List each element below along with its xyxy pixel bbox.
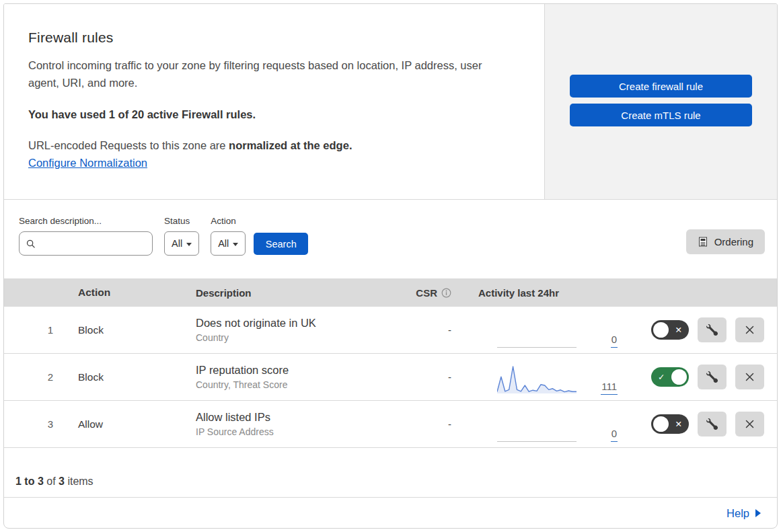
action-dropdown[interactable]: All bbox=[211, 231, 246, 256]
rule-description: Does not originate in UK bbox=[196, 317, 404, 330]
chevron-down-icon bbox=[186, 243, 192, 246]
delete-rule-button[interactable] bbox=[735, 412, 764, 436]
action-column-header: Action bbox=[68, 287, 186, 299]
rule-activity-cell: 111 bbox=[472, 354, 620, 400]
rule-enabled-toggle[interactable]: ✓ ✕ bbox=[651, 367, 689, 387]
delete-rule-button[interactable] bbox=[735, 365, 764, 389]
table-row: 3 Allow Allow listed IPs IP Source Addre… bbox=[4, 401, 777, 448]
activity-sparkline bbox=[497, 412, 577, 442]
rule-action: Block bbox=[68, 371, 186, 383]
rule-priority: 2 bbox=[4, 371, 68, 383]
wrench-icon bbox=[706, 371, 718, 383]
rule-action: Block bbox=[68, 324, 186, 336]
close-icon bbox=[745, 325, 755, 335]
page-description: Control incoming traffic to your zone by… bbox=[28, 56, 504, 91]
cross-icon: ✕ bbox=[675, 326, 682, 334]
chevron-down-icon bbox=[233, 243, 238, 246]
summary-of: of bbox=[44, 476, 59, 487]
search-label: Search description... bbox=[19, 216, 153, 226]
rule-description: Allow listed IPs bbox=[196, 411, 404, 424]
activity-count-link[interactable]: 0 bbox=[611, 428, 618, 442]
close-icon bbox=[745, 372, 755, 382]
rule-csr-value: - bbox=[404, 324, 472, 336]
summary-total: 3 bbox=[59, 476, 65, 487]
help-link[interactable]: Help bbox=[727, 507, 749, 520]
ordering-list-icon bbox=[698, 236, 708, 248]
toggle-knob bbox=[671, 369, 687, 385]
activity-sparkline bbox=[497, 364, 577, 395]
action-filter-group: Action All bbox=[211, 216, 246, 256]
rule-priority: 3 bbox=[4, 418, 68, 430]
close-icon bbox=[745, 419, 755, 429]
rule-csr-value: - bbox=[404, 418, 472, 430]
help-arrow-icon bbox=[755, 509, 761, 517]
search-box bbox=[19, 231, 153, 256]
cross-icon: ✕ bbox=[675, 420, 682, 428]
rule-description-cell: IP reputation score Country, Threat Scor… bbox=[186, 364, 404, 390]
table-header: Action Description CSR Activity last 24h… bbox=[4, 278, 777, 307]
rule-controls: ✓ ✕ bbox=[620, 365, 777, 389]
rule-fields: Country bbox=[196, 332, 404, 343]
description-column-header: Description bbox=[186, 287, 404, 299]
status-label: Status bbox=[164, 216, 199, 226]
summary-range: 1 to 3 bbox=[15, 476, 44, 487]
rule-controls: ✓ ✕ bbox=[620, 317, 777, 342]
status-dropdown[interactable]: All bbox=[164, 231, 199, 256]
activity-sparkline bbox=[497, 317, 577, 348]
ordering-button-label: Ordering bbox=[714, 236, 753, 248]
rule-csr-value: - bbox=[404, 371, 472, 383]
activity-count-link[interactable]: 111 bbox=[601, 381, 618, 395]
configure-normalization-link[interactable]: Configure Normalization bbox=[28, 157, 147, 169]
help-bar: Help bbox=[4, 497, 777, 529]
activity-column-header: Activity last 24hr bbox=[472, 287, 620, 299]
ordering-button[interactable]: Ordering bbox=[686, 229, 765, 254]
wrench-icon bbox=[706, 418, 718, 430]
rule-enabled-toggle[interactable]: ✓ ✕ bbox=[651, 414, 689, 434]
edit-rule-button[interactable] bbox=[698, 317, 727, 342]
csr-column-header: CSR bbox=[404, 287, 472, 299]
edit-rule-button[interactable] bbox=[698, 365, 727, 389]
actions-panel: Create firewall rule Create mTLS rule bbox=[545, 4, 777, 199]
search-input[interactable] bbox=[39, 238, 145, 249]
rule-activity-cell: 0 bbox=[472, 307, 620, 353]
normalization-note-text: URL-encoded Requests to this zone are bbox=[28, 139, 229, 151]
rule-description-cell: Does not originate in UK Country bbox=[186, 317, 404, 343]
rule-fields: IP Source Address bbox=[196, 426, 404, 437]
create-firewall-rule-button[interactable]: Create firewall rule bbox=[570, 75, 752, 98]
action-selected-value: All bbox=[218, 238, 229, 249]
page-title: Firewall rules bbox=[28, 30, 504, 46]
wrench-icon bbox=[706, 324, 718, 336]
normalization-note-bold: normalized at the edge. bbox=[229, 139, 352, 151]
rule-description-cell: Allow listed IPs IP Source Address bbox=[186, 411, 404, 437]
pagination-summary: 1 to 3 of 3 items bbox=[4, 448, 777, 497]
rule-enabled-toggle[interactable]: ✓ ✕ bbox=[651, 320, 689, 340]
table-row: 2 Block IP reputation score Country, Thr… bbox=[4, 354, 777, 401]
header-section: Firewall rules Control incoming traffic … bbox=[4, 4, 777, 200]
rule-controls: ✓ ✕ bbox=[620, 412, 777, 436]
delete-rule-button[interactable] bbox=[735, 317, 764, 342]
csr-column-label: CSR bbox=[416, 287, 437, 299]
search-icon bbox=[26, 239, 35, 249]
info-icon[interactable] bbox=[441, 288, 451, 298]
search-button[interactable]: Search bbox=[254, 233, 308, 255]
check-icon: ✓ bbox=[658, 373, 665, 381]
usage-summary: You have used 1 of 20 active Firewall ru… bbox=[28, 108, 504, 121]
filter-bar: Search description... Status All Action … bbox=[4, 200, 777, 278]
firewall-rules-page: Firewall rules Control incoming traffic … bbox=[3, 3, 778, 529]
rule-description: IP reputation score bbox=[196, 364, 404, 377]
rule-fields: Country, Threat Score bbox=[196, 379, 404, 390]
status-selected-value: All bbox=[172, 238, 182, 249]
toggle-knob bbox=[653, 322, 669, 338]
rule-action: Allow bbox=[68, 418, 186, 430]
toggle-knob bbox=[653, 416, 669, 432]
rule-activity-cell: 0 bbox=[472, 401, 620, 447]
table-row: 1 Block Does not originate in UK Country… bbox=[4, 307, 777, 354]
status-filter-group: Status All bbox=[164, 216, 199, 256]
edit-rule-button[interactable] bbox=[698, 412, 727, 436]
action-label: Action bbox=[211, 216, 246, 226]
search-group: Search description... bbox=[19, 216, 153, 256]
rule-priority: 1 bbox=[4, 324, 68, 336]
create-mtls-rule-button[interactable]: Create mTLS rule bbox=[570, 104, 752, 126]
header-card: Firewall rules Control incoming traffic … bbox=[4, 4, 545, 199]
activity-count-link[interactable]: 0 bbox=[611, 334, 618, 348]
